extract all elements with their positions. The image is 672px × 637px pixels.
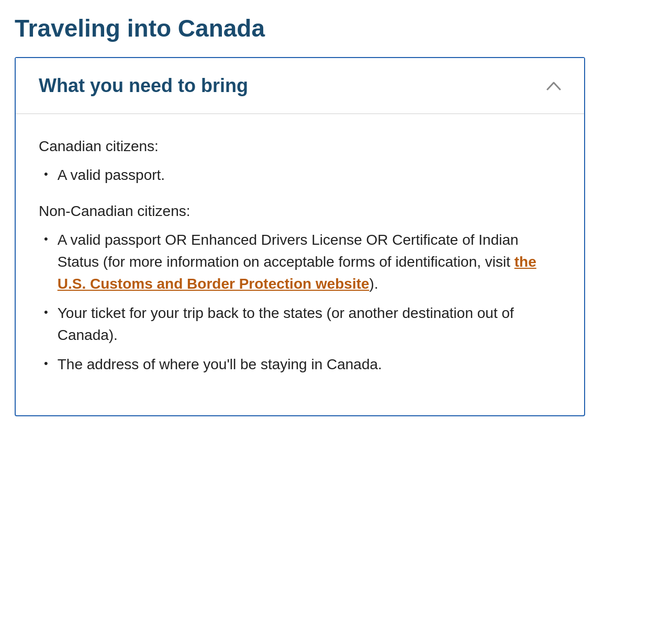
bullet-text-passport: A valid passport OR Enhanced Drivers Lic… (58, 229, 561, 295)
chevron-up-icon (544, 76, 563, 95)
page-title: Traveling into Canada (15, 15, 655, 42)
bullet-text-address: The address of where you'll be staying i… (58, 354, 382, 376)
section-label-canadian: Canadian citizens: (39, 138, 561, 155)
bullet-text-ticket: Your ticket for your trip back to the st… (58, 302, 561, 346)
non-canadian-citizens-list: A valid passport OR Enhanced Drivers Lic… (39, 229, 561, 376)
bullet-text: A valid passport. (58, 164, 165, 186)
section-label-non-canadian: Non-Canadian citizens: (39, 203, 561, 220)
accordion-header-title: What you need to bring (39, 75, 248, 97)
list-item: Your ticket for your trip back to the st… (39, 302, 561, 346)
accordion-content: Canadian citizens: A valid passport. Non… (16, 113, 584, 415)
canadian-citizens-list: A valid passport. (39, 164, 561, 186)
list-item: A valid passport. (39, 164, 561, 186)
cbp-website-link[interactable]: the U.S. Customs and Border Protection w… (58, 254, 536, 292)
accordion-what-to-bring: What you need to bring Canadian citizens… (15, 57, 585, 416)
list-item: The address of where you'll be staying i… (39, 354, 561, 376)
list-item: A valid passport OR Enhanced Drivers Lic… (39, 229, 561, 295)
accordion-header[interactable]: What you need to bring (16, 58, 584, 113)
